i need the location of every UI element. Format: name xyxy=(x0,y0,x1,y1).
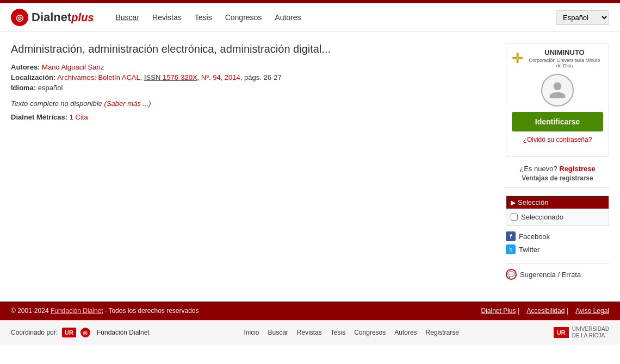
dialnet-plus-link[interactable]: Dialnet Plus xyxy=(481,307,516,315)
sugerencia-section: 💬 Sugerencia / Errata xyxy=(506,269,609,280)
logo-text: Dialnet xyxy=(32,10,71,24)
texto-completo-section: Texto completo no disponible (Saber más … xyxy=(11,99,495,108)
dialnet-footer-icon: ◎ xyxy=(80,328,90,337)
arrow-icon: ▶ xyxy=(511,199,516,206)
social-section: f Facebook 𝕏 Twitter xyxy=(506,231,609,263)
twitter-icon: 𝕏 xyxy=(506,244,516,254)
footer-nav-revistas[interactable]: Revistas xyxy=(297,329,322,336)
footer-nav-registrarse[interactable]: Registrarse xyxy=(426,329,459,336)
localizacion-journal[interactable]: Archivamos: Boletín ACAL, xyxy=(57,73,142,81)
nav-congresos[interactable]: Congresos xyxy=(225,13,262,22)
uniminuto-cross-icon: ✛ xyxy=(512,51,523,66)
sidebar: ✛ UNIMINUTO Corporación Universitaria Mi… xyxy=(506,43,609,280)
logo-area: ◎ Dialnet plus xyxy=(11,9,94,26)
language-dropdown[interactable]: Español English Euskara Català Galego Po… xyxy=(556,10,609,25)
header: ◎ Dialnet plus Buscar Revistas Tesis Con… xyxy=(0,3,620,32)
footer-nav-tesis[interactable]: Tesis xyxy=(331,329,345,336)
idioma-label: Idioma: xyxy=(11,84,36,92)
texto-completo-text: Texto completo no disponible xyxy=(11,99,102,108)
meta-idioma: Idioma: español xyxy=(11,84,495,92)
register-link[interactable]: Registrese xyxy=(559,165,595,173)
issue-number: Nº. 94, 2014, xyxy=(201,73,244,81)
nav-revistas[interactable]: Revistas xyxy=(152,13,182,22)
main-container: Administración, administración electróni… xyxy=(0,32,620,291)
new-user-text: ¿Es nuevo? Registrese xyxy=(519,165,595,173)
twitter-label: Twitter xyxy=(519,246,540,254)
numero-link[interactable]: Nº. 94 xyxy=(201,73,221,81)
metricas-label: Dialnet Métricas: xyxy=(11,113,67,121)
seleccion-box: ▶ Selección Seleccionado xyxy=(506,196,609,226)
uniminuto-name: UNIMINUTO xyxy=(526,49,603,57)
footer-links: Dialnet Plus | Accesibilidad | Aviso Leg… xyxy=(476,307,610,315)
nav-tesis[interactable]: Tesis xyxy=(195,13,212,22)
avatar xyxy=(541,74,574,106)
main-nav: Buscar Revistas Tesis Congresos Autores xyxy=(115,13,556,22)
autores-value[interactable]: Mario Alguacil Sanz xyxy=(42,63,104,71)
sugerencia-icon: 💬 xyxy=(506,269,517,280)
accesibilidad-link[interactable]: Accesibilidad xyxy=(526,307,565,315)
autores-label: Autores: xyxy=(11,63,40,71)
facebook-icon: f xyxy=(506,231,516,241)
saber-mas-link[interactable]: (Saber más ...) xyxy=(104,99,151,108)
dialnet-logo-icon: ◎ xyxy=(11,9,28,26)
facebook-link[interactable]: f Facebook xyxy=(506,231,609,241)
fundacion-footer-text: Fundación Dialnet xyxy=(97,329,150,336)
unirioja-icon: UR xyxy=(554,327,569,338)
logo-plus: plus xyxy=(71,11,94,24)
article-title: Administración, administración electróni… xyxy=(11,43,495,55)
user-icon xyxy=(548,80,567,100)
footer-bottom-right: UR UNIVERSIDAD DE LA RIOJA xyxy=(554,326,609,339)
seleccion-body: Seleccionado xyxy=(506,209,609,225)
ur-icon: UR xyxy=(62,328,76,337)
content-area: Administración, administración electróni… xyxy=(11,43,495,280)
metricas-count[interactable]: 1 Cita xyxy=(70,113,88,121)
uniminuto-subtext: Corporación Universitaria Minuto de Dios xyxy=(526,58,603,68)
facebook-label: Facebook xyxy=(519,233,550,241)
unirioja-text: UNIVERSIDAD DE LA RIOJA xyxy=(572,326,609,339)
sugerencia-label: Sugerencia / Errata xyxy=(520,271,581,279)
unirioja-logo: UR UNIVERSIDAD DE LA RIOJA xyxy=(554,326,609,339)
year-link[interactable]: 2014 xyxy=(225,73,240,81)
metricas-cita: Cita xyxy=(76,113,88,121)
footer-bottom-nav: Inicio Buscar Revistas Tesis Congresos A… xyxy=(150,329,554,336)
footer-bottom-left: Coordinado por: UR ◎ Fundación Dialnet xyxy=(11,328,150,337)
footer-nav-buscar[interactable]: Buscar xyxy=(268,329,288,336)
ventajas-link[interactable]: Ventajas de registrarse xyxy=(506,174,609,182)
footer-copyright: © 2001-2024 Fundación Dialnet · Todos lo… xyxy=(11,307,199,315)
meta-localizacion: Localización: Archivamos: Boletín ACAL, … xyxy=(11,73,495,81)
register-section: ¿Es nuevo? Registrese Ventajas de regist… xyxy=(506,165,609,188)
forgot-password-link[interactable]: ¿Olvidó su contraseña? xyxy=(512,136,603,143)
uniminuto-logo: ✛ UNIMINUTO Corporación Universitaria Mi… xyxy=(512,49,603,68)
seleccionado-label: Seleccionado xyxy=(521,213,563,221)
footer-main: © 2001-2024 Fundación Dialnet · Todos lo… xyxy=(0,302,620,320)
nav-autores[interactable]: Autores xyxy=(275,13,301,22)
seleccion-label: Selección xyxy=(518,198,548,206)
nav-buscar[interactable]: Buscar xyxy=(115,13,139,22)
sugerencia-link[interactable]: 💬 Sugerencia / Errata xyxy=(506,269,609,280)
aviso-legal-link[interactable]: Aviso Legal xyxy=(575,307,609,315)
footer-nav-congresos[interactable]: Congresos xyxy=(354,329,386,336)
fundacion-dialnet-link[interactable]: Fundación Dialnet xyxy=(51,307,103,315)
ur-logo: UR xyxy=(62,328,76,337)
footer-nav-inicio[interactable]: Inicio xyxy=(244,329,259,336)
idioma-value: español xyxy=(38,84,63,92)
issn-label: ISSN 1576-320X, xyxy=(144,73,199,81)
footer-bottom: Coordinado por: UR ◎ Fundación Dialnet I… xyxy=(0,320,620,344)
metrics-line: Dialnet Métricas: 1 Cita xyxy=(11,113,495,121)
twitter-link[interactable]: 𝕏 Twitter xyxy=(506,244,609,254)
pages: págs. 26-27 xyxy=(244,73,282,81)
uniminuto-box: ✛ UNIMINUTO Corporación Universitaria Mi… xyxy=(506,43,609,157)
seleccion-header: ▶ Selección xyxy=(506,196,609,209)
meta-autores: Autores: Mario Alguacil Sanz xyxy=(11,63,495,71)
footer-nav-autores[interactable]: Autores xyxy=(394,329,417,336)
localizacion-label: Localización: xyxy=(11,73,55,81)
issn-value[interactable]: 1576-320X, xyxy=(163,73,199,81)
language-selector[interactable]: Español English Euskara Català Galego Po… xyxy=(556,10,609,25)
identificarse-button[interactable]: Identificarse xyxy=(512,112,603,131)
coordinado-label: Coordinado por: xyxy=(11,329,58,336)
seleccionado-checkbox[interactable] xyxy=(511,214,518,221)
